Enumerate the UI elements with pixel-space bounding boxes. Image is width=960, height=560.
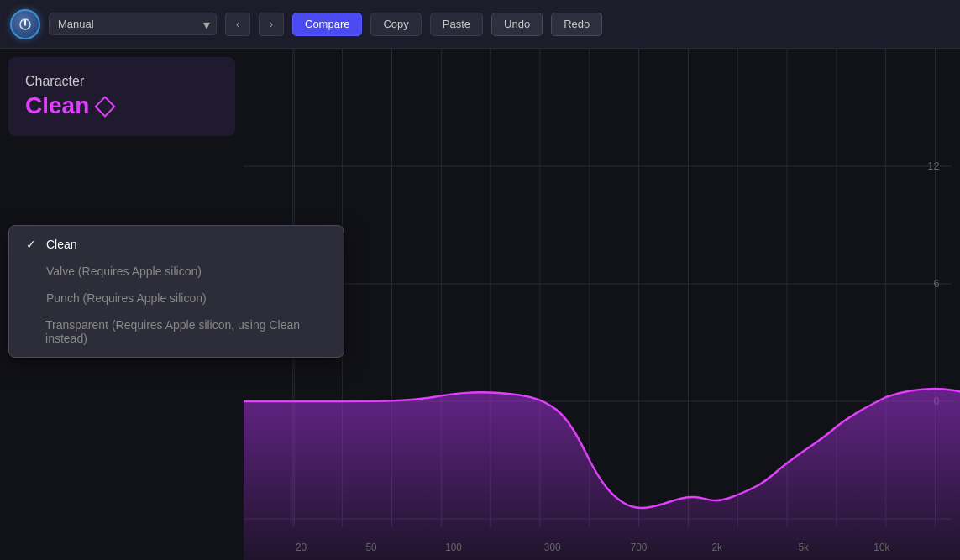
svg-text:10k: 10k bbox=[873, 542, 889, 553]
nav-back-button[interactable]: ‹ bbox=[225, 13, 250, 36]
svg-text:2k: 2k bbox=[712, 542, 722, 553]
paste-button[interactable]: Paste bbox=[430, 13, 483, 36]
svg-text:700: 700 bbox=[631, 542, 648, 553]
svg-text:12: 12 bbox=[927, 160, 939, 172]
svg-text:50: 50 bbox=[365, 542, 376, 553]
undo-button[interactable]: Undo bbox=[491, 13, 543, 36]
dropdown-item-punch[interactable]: Punch (Requires Apple silicon) bbox=[9, 285, 344, 311]
eq-area[interactable]: 12 6 0 – 20 50 100 300 700 2k 5k bbox=[244, 49, 960, 560]
character-dropdown: ✓ Clean Valve (Requires Apple silicon) P… bbox=[8, 225, 344, 358]
redo-button[interactable]: Redo bbox=[551, 13, 602, 36]
eq-svg: 12 6 0 – 20 50 100 300 700 2k 5k bbox=[244, 49, 960, 560]
power-button[interactable] bbox=[10, 9, 40, 39]
dropdown-item-valve[interactable]: Valve (Requires Apple silicon) bbox=[9, 258, 344, 285]
copy-button[interactable]: Copy bbox=[370, 13, 421, 36]
character-panel: Character Clean bbox=[8, 57, 235, 136]
svg-text:20: 20 bbox=[296, 542, 307, 553]
top-bar: Manual ▾ ‹ › Compare Copy Paste Undo Red… bbox=[0, 0, 960, 49]
svg-text:5k: 5k bbox=[799, 542, 809, 553]
dropdown-diamond-icon[interactable] bbox=[96, 97, 113, 114]
check-icon: ✓ bbox=[26, 238, 39, 251]
main-content: Character Clean ✓ Clean Valve (Requires … bbox=[0, 49, 960, 560]
preset-select[interactable]: Manual bbox=[49, 13, 217, 35]
svg-text:6: 6 bbox=[933, 277, 939, 290]
dropdown-item-transparent[interactable]: Transparent (Requires Apple silicon, usi… bbox=[9, 311, 344, 352]
character-label: Character bbox=[25, 74, 218, 89]
nav-forward-button[interactable]: › bbox=[259, 13, 284, 36]
dropdown-item-clean[interactable]: ✓ Clean bbox=[9, 231, 344, 258]
character-value-row: Clean bbox=[25, 92, 218, 119]
character-value: Clean bbox=[25, 92, 89, 119]
svg-text:300: 300 bbox=[544, 542, 561, 553]
svg-text:100: 100 bbox=[445, 542, 462, 553]
compare-button[interactable]: Compare bbox=[292, 13, 362, 36]
